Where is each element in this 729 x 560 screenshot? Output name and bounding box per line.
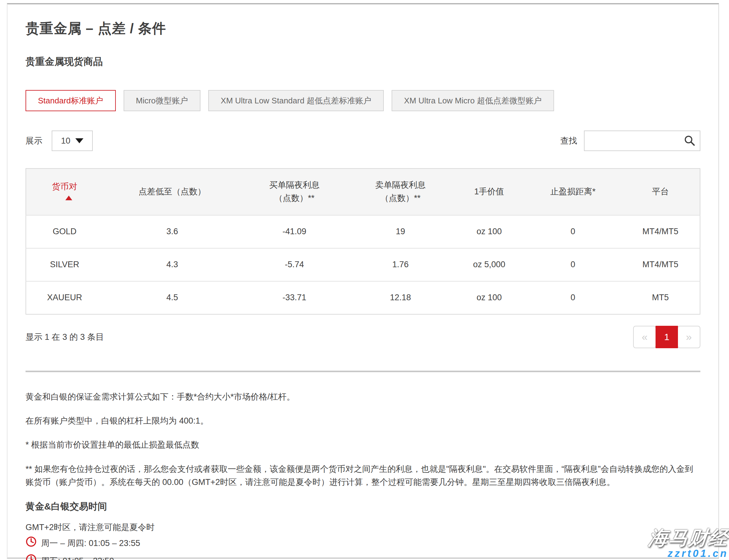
cell-symbol: XAUEUR	[26, 281, 103, 314]
cell-swap-long: -33.71	[241, 281, 348, 314]
cell-spread: 3.6	[103, 215, 241, 248]
table-row-gold: GOLD 3.6 -41.09 19 oz 100 0 MT4/MT5	[26, 215, 700, 248]
timezone-note: GMT+2时区，请注意可能是夏令时	[26, 522, 700, 533]
section-divider	[26, 371, 700, 372]
tab-ultra-low-standard-account[interactable]: XM Ultra Low Standard 超低点差标准账户	[208, 90, 384, 111]
caret-down-icon	[75, 138, 83, 143]
chevrons-right-icon: »	[686, 331, 692, 343]
note-margin-formula: 黄金和白银的保证金需求计算公式如下：手数*合约大小*市场价格/杠杆。	[26, 391, 700, 403]
instruments-table: 货币对 点差低至（点数） 买单隔夜利息 （点数）** 卖单隔夜利息 （点数）**	[26, 168, 700, 315]
cell-swap-long: -41.09	[241, 215, 348, 248]
table-controls: 展示 10 查找	[26, 131, 700, 151]
sort-asc-icon	[65, 196, 72, 200]
show-label: 展示	[26, 135, 42, 146]
page-subtitle: 贵重金属现货商品	[26, 55, 700, 68]
table-row-xaueur: XAUEUR 4.5 -33.71 12.18 oz 100 0 MT5	[26, 281, 700, 314]
trading-hours-heading: 黄金&白银交易时间	[26, 500, 700, 513]
note-stop-level: * 根据当前市价设置挂单的最低止损盈最低点数	[26, 439, 700, 451]
search-control: 查找	[560, 131, 700, 151]
search-label: 查找	[560, 135, 577, 146]
cell-platform: MT4/MT5	[621, 215, 700, 248]
page: 贵重金属 – 点差 / 条件 贵重金属现货商品 Standard标准账户 Mic…	[0, 0, 729, 560]
content-container: 贵重金属 – 点差 / 条件 贵重金属现货商品 Standard标准账户 Mic…	[7, 3, 719, 559]
search-icon	[684, 135, 696, 148]
page-size-value: 10	[61, 136, 70, 146]
cell-symbol: SILVER	[26, 248, 103, 281]
table-header-row: 货币对 点差低至（点数） 买单隔夜利息 （点数）** 卖单隔夜利息 （点数）**	[26, 168, 700, 215]
cell-lot-value: oz 100	[453, 215, 525, 248]
cell-swap-short: 1.76	[348, 248, 453, 281]
pagination-page-1[interactable]: 1	[656, 326, 678, 348]
pagination-prev-button[interactable]: «	[633, 326, 656, 348]
column-header-stop-level[interactable]: 止盈损距离*	[525, 168, 621, 215]
cell-stop-level: 0	[525, 281, 621, 314]
cell-symbol: GOLD	[26, 215, 103, 248]
entries-summary: 显示 1 在 3 的 3 条目	[26, 331, 104, 343]
cell-swap-short: 12.18	[348, 281, 453, 314]
column-header-symbol[interactable]: 货币对	[26, 168, 103, 215]
cell-stop-level: 0	[525, 248, 621, 281]
column-header-lot-value[interactable]: 1手价值	[453, 168, 525, 215]
pagination-next-button[interactable]: »	[677, 326, 700, 348]
table-row-silver: SILVER 4.3 -5.74 1.76 oz 5,000 0 MT4/MT5	[26, 248, 700, 281]
note-silver-leverage: 在所有账户类型中，白银的杠杆上限均为 400:1。	[26, 415, 700, 427]
table-footer: 显示 1 在 3 的 3 条目 « 1 »	[26, 326, 700, 348]
schedule-mon-thu-text: 周一 – 周四: 01:05 – 23:55	[41, 537, 140, 549]
column-header-spread[interactable]: 点差低至（点数）	[103, 168, 241, 215]
cell-platform: MT5	[621, 281, 700, 314]
schedule-mon-thu: 周一 – 周四: 01:05 – 23:55	[26, 536, 700, 551]
cell-lot-value: oz 5,000	[453, 248, 525, 281]
schedule-fri-text: 周五: 01:05 – 23:50	[41, 555, 114, 560]
chevrons-left-icon: «	[642, 331, 648, 343]
column-header-swap-long[interactable]: 买单隔夜利息 （点数）**	[241, 168, 348, 215]
tab-micro-account[interactable]: Micro微型账户	[124, 90, 201, 111]
tab-ultra-low-micro-account[interactable]: XM Ultra Low Micro 超低点差微型账户	[391, 90, 554, 111]
schedule-fri: 周五: 01:05 – 23:50	[26, 554, 700, 560]
pagination: « 1 »	[633, 326, 700, 348]
search-wrap	[584, 131, 700, 151]
cell-spread: 4.5	[103, 281, 241, 314]
clock-icon	[26, 536, 37, 551]
column-header-swap-short[interactable]: 卖单隔夜利息 （点数）**	[348, 168, 453, 215]
clock-icon	[26, 554, 37, 560]
page-title: 贵重金属 – 点差 / 条件	[26, 19, 700, 38]
account-type-tabs: Standard标准账户 Micro微型账户 XM Ultra Low Stan…	[26, 90, 700, 111]
cell-swap-short: 19	[348, 215, 453, 248]
tab-standard-account[interactable]: Standard标准账户	[26, 90, 116, 111]
table-head: 货币对 点差低至（点数） 买单隔夜利息 （点数）** 卖单隔夜利息 （点数）**	[26, 168, 700, 215]
cell-lot-value: oz 100	[453, 281, 525, 314]
page-size-select[interactable]: 10	[52, 131, 93, 151]
cell-swap-long: -5.74	[241, 248, 348, 281]
cell-spread: 4.3	[103, 248, 241, 281]
note-swap-explanation: ** 如果您有仓位持仓过夜的话，那么您会支付或者获取一些金额，该金额便是两个货币…	[26, 463, 700, 489]
table-body: GOLD 3.6 -41.09 19 oz 100 0 MT4/MT5 SILV…	[26, 215, 700, 314]
column-header-platform[interactable]: 平台	[621, 168, 700, 215]
search-input[interactable]	[584, 131, 700, 151]
footnotes: 黄金和白银的保证金需求计算公式如下：手数*合约大小*市场价格/杠杆。 在所有账户…	[26, 391, 700, 489]
cell-platform: MT4/MT5	[621, 248, 700, 281]
column-header-symbol-label: 货币对	[29, 180, 101, 193]
page-size-control: 展示 10	[26, 131, 93, 151]
cell-stop-level: 0	[525, 215, 621, 248]
